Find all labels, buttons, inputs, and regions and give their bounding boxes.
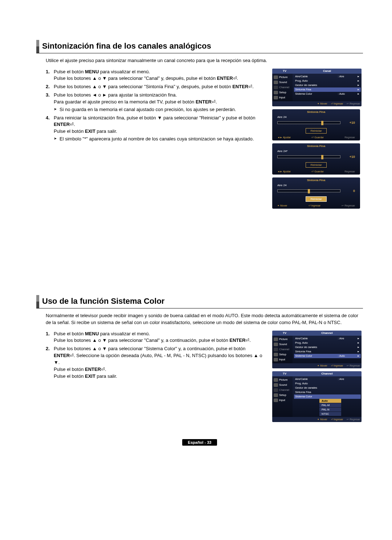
osd-tab-icon: [274, 388, 278, 392]
section-intro: Normalmente el televisor puede recibir i…: [46, 312, 363, 326]
osd-menu-row: Prog. Auto: [294, 381, 361, 386]
section-header: Sintonización fina de los canales analóg…: [36, 40, 363, 53]
osd-tab-column: PictureSoundChannelSetupInput: [272, 74, 293, 101]
osd-ft-thumb: [308, 189, 310, 193]
osd-footer: ✦ Mover⏎ Ingresar↩ Regresar: [272, 417, 362, 422]
osd-ft-channel: Aire 24: [272, 115, 360, 119]
step-text: Pulse el botón MENU para visualizar el m…: [54, 331, 266, 344]
osd-footer-hint: ◄► Ajustar: [277, 170, 291, 173]
osd-row-label: Sintonía Fina: [295, 88, 338, 91]
step-number: 1.: [46, 331, 54, 344]
osd-tab-label: Input: [279, 398, 285, 402]
osd-tab-icon: [274, 96, 278, 99]
osd-ft-track: [277, 189, 340, 192]
osd-row-label: Sistema Color: [295, 354, 338, 357]
osd-row-label: Sintonía Fina: [295, 390, 338, 394]
step-body: Para reiniciar la sintonización fina, pu…: [54, 115, 266, 143]
step-item: 4.Para reiniciar la sintonización fina, …: [46, 115, 266, 143]
osd-row-label: Aire/Cable: [295, 75, 338, 78]
osd-finetune-screenshot: Sintonía FinaAire 240Reiniciar✦ Mover⏎ I…: [272, 177, 360, 209]
osd-row-label: Aire/Cable: [295, 337, 338, 340]
osd-footer-hint: ✦ Mover: [317, 418, 327, 421]
step-text: Pulse los botones ◄ o ► para ajustar la …: [54, 92, 266, 106]
chevron-right-icon: ►: [356, 337, 360, 340]
osd-tab-label: Input: [279, 96, 285, 99]
osd-footer-hint: ⏎ Ingresar: [331, 364, 343, 367]
osd-tab-icon: [274, 378, 278, 382]
osd-ft-value: +10: [343, 155, 355, 159]
osd-tab-label: Setup: [279, 393, 286, 397]
osd-ft-slider-row: 0: [272, 188, 360, 194]
osd-tab-icon: [274, 393, 278, 397]
osd-footer: ✦ Mover⏎ Ingresar↩ Regresar: [272, 101, 362, 106]
step-text: Pulse los botones ▲ o ▼ para seleccionar…: [54, 83, 266, 90]
osd-option: Auto: [319, 399, 341, 403]
osd-footer-hint: ✦ Mover: [277, 204, 287, 207]
step-note: Si no guarda en la memoria el canal ajus…: [54, 106, 266, 113]
osd-body: Aire/Cable: AireProg. AutoGestor de cana…: [293, 376, 362, 417]
steps-column: 1.Pulse el botón MENU para visualizar el…: [46, 69, 266, 212]
osd-footer-hint: ✦ Mover: [317, 364, 327, 367]
chevron-right-icon: ►: [356, 341, 360, 344]
osd-ft-channel: Aire 24*: [272, 149, 360, 154]
page-footer: Español - 33: [36, 439, 363, 445]
section-intro: Utilice el ajuste preciso para sintoniza…: [46, 57, 363, 64]
osd-footer-hint: ↩ Regresar: [347, 364, 360, 367]
osd-ft-value: +10: [343, 121, 355, 124]
osd-tab-icon: [274, 343, 278, 346]
osd-ft-slider-row: +10: [272, 154, 360, 160]
step-note: El simbolo "*" aparecera junto al nombre…: [54, 136, 266, 143]
section-header: Uso de la función Sistema Color: [36, 295, 363, 308]
osd-row-label: Prog. Auto: [295, 341, 338, 344]
osd-footer-hint: Regresar: [344, 170, 355, 173]
osd-tab-label: Sound: [279, 383, 287, 386]
steps-column: 1.Pulse el botón MENU para visualizar el…: [46, 331, 266, 425]
section-title: Sintonización fina de los canales analóg…: [42, 40, 211, 53]
osd-ft-reset: Reiniciar: [272, 162, 360, 168]
osd-footer-hint: ↩ Regresar: [342, 204, 355, 207]
osd-row-label: Gestor de canales: [295, 386, 338, 389]
osd-row-label: Sintonía Fina: [295, 350, 338, 353]
section-fine-tune: Sintonización fina de los canales analóg…: [36, 40, 363, 212]
osd-tab-icon: [274, 86, 278, 89]
osd-menu-row: Aire/Cable: Aire: [294, 377, 361, 381]
chevron-right-icon: ►: [356, 350, 360, 353]
osd-tab-icon: [274, 398, 278, 402]
osd-ft-track: [277, 121, 340, 124]
osd-tab-icon: [274, 348, 278, 351]
note-arrow-icon: [54, 106, 60, 113]
section-title: Uso de la función Sistema Color: [42, 295, 164, 308]
step-text: Pulse los botones ▲ o ▼ para seleccionar…: [54, 345, 266, 380]
osd-tab-icon: [274, 75, 278, 79]
osd-tab-label: Picture: [279, 338, 287, 341]
osd-header-tv: TV: [274, 372, 295, 375]
step-body: Pulse el botón MENU para visualizar el m…: [54, 331, 266, 344]
osd-body: Aire/Cable: Aire►Prog. Auto►Gestor de ca…: [293, 74, 362, 101]
osd-ft-thumb: [321, 155, 323, 159]
osd-footer-hint: ✦ Mover: [317, 102, 327, 105]
osd-row-value: : Auto: [338, 354, 356, 357]
osd-option: PAL-M: [319, 403, 341, 407]
step-item: 3.Pulse los botones ◄ o ► para ajustar l…: [46, 92, 266, 113]
note-text: El simbolo "*" aparecera junto al nombre…: [60, 136, 254, 143]
osd-tab: Picture: [272, 75, 293, 80]
osd-tab: Picture: [272, 337, 293, 342]
osd-row-label: Aire/Cable: [295, 377, 338, 381]
osd-row-label: Sistema Color: [295, 92, 338, 95]
osd-row-value: : Aire: [338, 75, 356, 78]
step-item: 1.Pulse el botón MENU para visualizar el…: [46, 69, 266, 82]
note-text: Si no guarda en la memoria el canal ajus…: [60, 106, 236, 113]
osd-row-label: Sistema Color: [295, 395, 338, 398]
osd-menu-row: Aire/Cable: Aire►: [294, 336, 361, 341]
osd-header: TVCanal: [272, 69, 362, 74]
osd-tab: Setup: [272, 352, 293, 357]
osd-footer: ✦ Mover⏎ Ingresar↩ Regresar: [272, 363, 362, 368]
chevron-right-icon: ►: [356, 88, 360, 91]
osd-tab-icon: [274, 358, 278, 361]
osd-tab-label: Picture: [279, 75, 287, 79]
osd-tab-label: Setup: [279, 353, 286, 356]
osd-row-label: Gestor de canales: [295, 83, 338, 87]
osd-footer: ◄► Ajustar⏎ GuardarRegresar: [272, 135, 360, 140]
osd-header-title: Canal: [295, 69, 359, 73]
osd-footer: ✦ Mover⏎ Ingresar↩ Regresar: [272, 203, 360, 208]
